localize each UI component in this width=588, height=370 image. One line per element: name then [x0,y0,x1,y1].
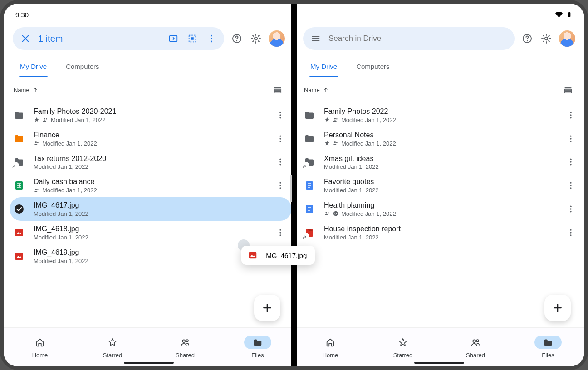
shared-icon [324,210,330,217]
shared-icon [34,140,40,146]
account-avatar[interactable] [559,30,575,47]
file-type-icon [303,109,316,122]
gesture-bar[interactable] [414,362,464,364]
file-type-icon [13,109,25,122]
row-overflow-icon[interactable] [276,181,287,190]
row-overflow-icon[interactable] [566,228,577,237]
file-type-icon [303,132,316,145]
left-pane: 9:30 1 item My Drive Computers Name [4,4,294,366]
bottom-nav: Home Starred Shared Files [294,327,584,366]
shared-icon [333,117,339,123]
file-row[interactable]: IMG_4618.jpgModified Jan 1, 2022 [10,221,291,244]
row-overflow-icon[interactable] [276,111,287,120]
shared-icon [34,187,40,194]
sort-toggle[interactable]: Name [14,87,39,93]
bottom-nav: Home Starred Shared Files [4,327,294,366]
file-title: Xmas gift ideas [324,154,558,164]
file-row[interactable]: Family Photos 2020-2021Modified Jan 1, 2… [10,103,291,127]
file-subtitle: Modified Jan 1, 2022 [324,117,558,123]
row-overflow-icon[interactable] [276,228,287,237]
row-overflow-icon[interactable] [276,157,287,166]
file-row[interactable]: IMG_4617.jpgModified Jan 1, 2022 [10,197,291,221]
wifi-icon [554,10,564,19]
file-list-left[interactable]: Family Photos 2020-2021Modified Jan 1, 2… [4,99,294,327]
right-pane: My Drive Computers Name Family Photos 20… [294,4,584,366]
settings-icon[interactable] [540,32,553,45]
file-type-icon [303,226,316,239]
nav-starred[interactable]: Starred [367,328,439,366]
drag-chip[interactable]: IMG_4617.jpg [241,246,315,265]
file-subtitle: Modified Jan 1, 2022 [34,210,287,217]
nav-home[interactable]: Home [4,328,76,366]
file-title: Daily cash balance [34,177,268,187]
file-type-icon [303,156,316,168]
file-row[interactable]: Personal NotesModified Jan 1, 2022 [300,127,582,151]
status-bar: 9:30 [4,4,294,25]
nav-files[interactable]: Files [221,328,294,366]
gesture-bar[interactable] [124,362,174,364]
status-bar-right [294,4,584,25]
file-row[interactable]: FinanceModified Jan 1, 2022 [10,127,291,151]
arrow-up-icon [32,87,39,93]
file-subtitle: Modified Jan 1, 2022 [34,234,268,241]
row-overflow-icon[interactable] [566,181,577,190]
file-title: Family Photos 2020-2021 [34,107,268,117]
file-subtitle: Modified Jan 1, 2022 [34,258,268,264]
file-title: IMG_4617.jpg [34,201,287,210]
fab-new[interactable] [254,295,280,321]
view-toggle-icon[interactable] [562,83,574,96]
tab-computers[interactable]: Computers [65,57,100,77]
nav-shared[interactable]: Shared [439,328,512,366]
tab-my-drive[interactable]: My Drive [309,57,338,77]
device-hinge [291,4,297,366]
offline-icon [333,210,339,217]
nav-files[interactable]: Files [512,328,584,366]
nav-shared[interactable]: Shared [149,328,221,366]
fab-new[interactable] [544,295,571,321]
menu-icon[interactable] [309,32,322,45]
help-icon[interactable] [230,32,243,45]
help-icon[interactable] [521,32,534,45]
row-overflow-icon[interactable] [566,111,577,120]
view-toggle-icon[interactable] [271,83,284,96]
file-type-icon [13,203,25,215]
file-row[interactable]: Health planningModified Jan 1, 2022 [300,197,582,221]
drive-tabs: My Drive Computers [4,57,294,77]
row-overflow-icon[interactable] [566,134,577,143]
file-row[interactable]: Tax returns 2012-2020Modified Jan 1, 202… [10,151,291,174]
star-icon [34,117,40,123]
file-title: Favorite quotes [324,177,558,187]
nav-starred[interactable]: Starred [76,328,149,366]
file-type-icon [13,132,25,145]
search-input[interactable] [328,34,508,43]
file-type-icon [303,179,316,192]
file-type-icon [13,226,25,239]
file-row[interactable]: House inspection reportModified Jan 1, 2… [300,221,582,244]
file-type-icon [13,156,25,168]
file-row[interactable]: Xmas gift ideasModified Jan 1, 2022 [300,151,582,174]
file-list-right[interactable]: Family Photos 2022Modified Jan 1, 2022Pe… [294,99,584,327]
sort-label-text: Name [304,87,320,93]
account-avatar[interactable] [269,30,285,47]
row-overflow-icon[interactable] [566,157,577,166]
file-row[interactable]: Daily cash balanceModified Jan 1, 2022 [10,174,291,197]
tab-computers[interactable]: Computers [355,57,390,77]
settings-icon[interactable] [250,32,262,45]
file-subtitle: Modified Jan 1, 2022 [324,187,558,194]
file-row[interactable]: Favorite quotesModified Jan 1, 2022 [300,174,582,197]
file-title: IMG_4618.jpg [34,224,268,234]
overflow-icon[interactable] [205,32,218,45]
file-subtitle: Modified Jan 1, 2022 [34,140,268,147]
drive-tabs: My Drive Computers [294,57,584,77]
close-selection-button[interactable] [19,32,32,45]
select-all-icon[interactable] [186,32,199,45]
row-overflow-icon[interactable] [276,134,287,143]
move-icon[interactable] [167,32,180,45]
tab-my-drive[interactable]: My Drive [19,57,48,77]
sort-toggle[interactable]: Name [304,87,329,93]
nav-home[interactable]: Home [294,328,367,366]
file-subtitle: Modified Jan 1, 2022 [34,117,268,123]
status-time: 9:30 [15,11,29,19]
row-overflow-icon[interactable] [566,204,577,214]
file-row[interactable]: Family Photos 2022Modified Jan 1, 2022 [300,103,582,127]
